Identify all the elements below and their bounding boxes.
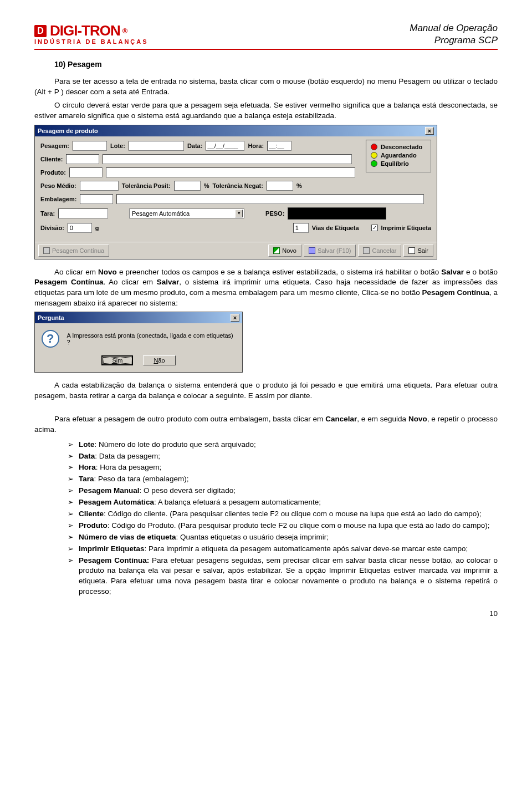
input-hora[interactable]: __:__	[267, 141, 291, 151]
label-lote: Lote:	[110, 142, 125, 149]
field-list: Lote: Número do lote do produto que será…	[68, 440, 498, 597]
select-pesagem-modo-value: Pesagem Automática	[132, 210, 190, 217]
list-item: Cliente: Código do cliente. (Para pesqui…	[68, 509, 498, 520]
save-icon	[309, 247, 315, 254]
dialog-message: A Impressora está pronta (conectada, lig…	[67, 332, 236, 345]
checkbox-imprimir[interactable]: ✓	[371, 225, 378, 231]
input-produto-cod[interactable]	[69, 167, 103, 177]
input-embalagem-cod[interactable]	[80, 194, 113, 204]
status-desconectado: Desconectado	[381, 144, 422, 150]
btn-sair[interactable]: Sair	[403, 245, 433, 257]
label-imprimir: Imprimir Etiqueta	[381, 225, 431, 231]
chevron-down-icon: ▾	[235, 210, 243, 217]
input-peso-medio[interactable]	[80, 181, 119, 191]
list-item: Pesagem Manual: O peso deverá ser digita…	[68, 486, 498, 496]
input-tol-posit[interactable]	[174, 181, 201, 191]
list-item: Imprimir Etiquetas: Para imprimir a etiq…	[68, 544, 498, 554]
display-peso	[288, 207, 386, 220]
btn-sim[interactable]: Sim	[101, 355, 133, 365]
close-icon[interactable]: ×	[425, 127, 434, 135]
btn-cancelar-label: Cancelar	[372, 247, 396, 254]
label-produto: Produto:	[40, 169, 66, 176]
status-legend: Desconectado Aguardando Equilíbrio	[366, 140, 431, 172]
label-pct1: %	[204, 182, 209, 189]
header-rule	[34, 49, 498, 50]
input-vias[interactable]: 1	[293, 223, 309, 233]
paragraph-1: Para se ter acesso a tela de entrada no …	[34, 77, 498, 97]
dialog-titlebar: Pergunta ×	[35, 312, 242, 323]
label-embalagem: Embalagem:	[40, 196, 76, 202]
paragraph-3: Ao clicar em Novo e preencher todos os c…	[34, 267, 498, 309]
registered-icon: ®	[122, 27, 128, 35]
label-pesagem: Pesagem:	[40, 142, 69, 149]
list-item: Pesagem Contínua: Para efetuar pesagens …	[68, 556, 498, 598]
btn-novo-label: Novo	[282, 247, 296, 254]
label-peso: PESO:	[265, 210, 284, 217]
dialog-title: Pergunta	[38, 314, 64, 321]
label-data: Data:	[187, 142, 203, 149]
btn-salvar[interactable]: Salvar (F10)	[304, 245, 356, 257]
btn-sair-label: Sair	[417, 247, 428, 254]
doc-title-line1: Manual de Operação	[410, 22, 498, 34]
list-item: Pesagem Automática: A balança efetuará a…	[68, 497, 498, 508]
label-divisao: Divisão:	[40, 225, 64, 231]
input-cliente-cod[interactable]	[66, 154, 99, 164]
label-tara: Tara:	[40, 210, 55, 217]
dot-green-icon	[371, 160, 377, 167]
list-item: Hora: Hora da pesagem;	[68, 462, 498, 473]
logo-text: DIGI-TRON	[50, 22, 120, 39]
list-item: Número de vias de etiqueta: Quantas etiq…	[68, 532, 498, 543]
label-cliente: Cliente:	[40, 156, 63, 162]
status-equilibrio: Equilíbrio	[381, 160, 409, 167]
list-item: Data: Data da pesagem;	[68, 451, 498, 462]
dot-red-icon	[371, 144, 377, 150]
paragraph-4: A cada estabilização da balança o sistem…	[34, 380, 498, 401]
doc-title-line2: Programa SCP	[410, 34, 498, 47]
input-embalagem-nome[interactable]	[116, 194, 424, 204]
input-produto-nome[interactable]	[106, 167, 355, 177]
logo: D DIGI-TRON ® INDÚSTRIA DE BALANÇAS	[34, 22, 149, 45]
input-cliente-nome[interactable]	[103, 154, 352, 164]
input-lote[interactable]	[129, 141, 184, 151]
paragraph-2: O círculo deverá estar verde para que a …	[34, 100, 498, 121]
doc-title: Manual de Operação Programa SCP	[410, 22, 498, 47]
window-pesagem-produto: Pesagem de produto × Desconectado Aguard…	[34, 125, 437, 259]
close-icon[interactable]: ×	[231, 314, 239, 322]
status-aguardando: Aguardando	[381, 152, 417, 159]
paragraph-5: Para efetuar a pesagem de outro produto …	[34, 414, 498, 435]
dot-yellow-icon	[371, 152, 377, 159]
input-tara[interactable]	[58, 208, 108, 218]
label-pct2: %	[296, 182, 302, 189]
list-item: Tara: Peso da tara (embalagem);	[68, 474, 498, 485]
label-g: g	[95, 225, 99, 231]
btn-novo[interactable]: Novo	[268, 245, 301, 257]
input-pesagem[interactable]	[73, 141, 107, 151]
logo-subtitle: INDÚSTRIA DE BALANÇAS	[34, 38, 149, 45]
label-tol-negat: Tolerância Negat:	[212, 182, 263, 189]
logo-mark: D	[34, 25, 47, 37]
input-divisao[interactable]: 0	[68, 223, 92, 233]
toolbar: Pesagem Contínua Novo Salvar (F10) Cance…	[35, 242, 437, 259]
label-tol-posit: Tolerância Posit:	[122, 182, 171, 189]
exit-icon	[408, 247, 415, 254]
select-pesagem-modo[interactable]: Pesagem Automática ▾	[129, 208, 244, 218]
btn-salvar-label: Salvar (F10)	[318, 247, 351, 254]
window-title: Pesagem de produto	[38, 128, 98, 134]
list-item: Produto: Código do Produto. (Para pesqui…	[68, 521, 498, 531]
btn-cancelar[interactable]: Cancelar	[358, 245, 401, 257]
btn-nao[interactable]: Não	[143, 355, 175, 365]
list-item: Lote: Número do lote do produto que será…	[68, 440, 498, 450]
input-data[interactable]: __/__/____	[206, 141, 244, 151]
btn-pesagem-continua-label: Pesagem Contínua	[52, 247, 104, 254]
question-icon: ?	[42, 330, 59, 348]
titlebar: Pesagem de produto ×	[35, 125, 437, 136]
label-vias: Vias de Etiqueta	[312, 225, 359, 231]
label-hora: Hora:	[248, 142, 264, 149]
dialog-pergunta: Pergunta × ? A Impressora está pronta (c…	[34, 312, 243, 373]
input-tol-negat[interactable]	[267, 181, 293, 191]
label-peso-medio: Peso Médio:	[40, 182, 76, 189]
new-icon	[273, 247, 280, 254]
page-number: 10	[34, 609, 498, 618]
section-title: 10) Pesagem	[54, 60, 498, 69]
btn-pesagem-continua[interactable]: Pesagem Contínua	[38, 245, 109, 257]
